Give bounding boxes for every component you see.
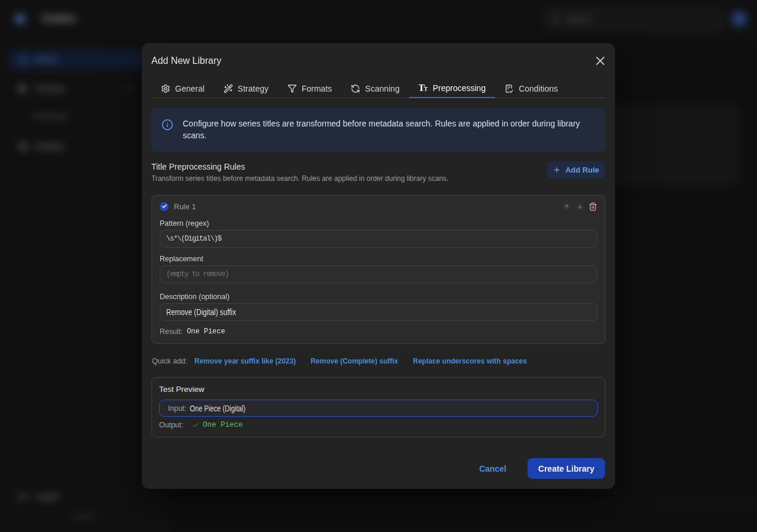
- svg-text:T: T: [423, 86, 428, 92]
